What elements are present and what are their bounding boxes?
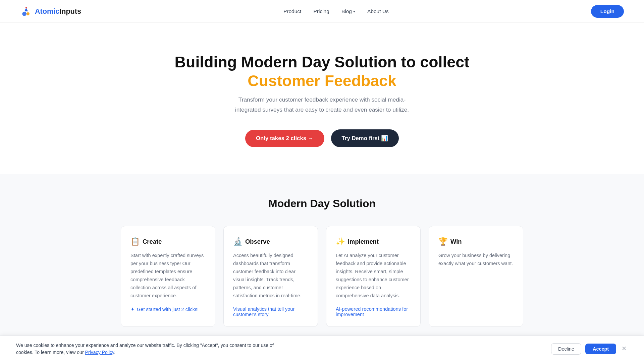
nav-about[interactable]: About Us [367,8,389,14]
hero-title: Building Modern Day Solution to collect … [7,53,637,90]
card-win: 🏆 Win Grow your business by delivering e… [429,226,523,327]
card-observe-body: Access beautifully designed dashboards t… [233,251,308,300]
close-icon: ✕ [622,345,627,352]
card-observe: 🔬 Observe Access beautifully designed da… [223,226,318,327]
card-implement-body: Let AI analyze your customer feedback an… [336,251,411,300]
card-win-body: Grow your business by delivering exactly… [438,251,514,267]
cookie-banner: We use cookies to enhance your experienc… [0,336,644,354]
privacy-policy-link[interactable]: Privacy Policy [85,350,114,354]
chevron-down-icon: ▾ [353,9,355,14]
logo-link[interactable]: AtomicInputs [20,5,81,17]
card-implement-link[interactable]: AI-powered recommendations for improveme… [336,306,411,317]
card-create-title: 📋 Create [130,237,206,246]
card-implement: ✨ Implement Let AI analyze your customer… [326,226,421,327]
svg-point-0 [22,11,26,16]
win-icon: 🏆 [438,237,448,246]
card-create: 📋 Create Start with expertly crafted sur… [121,226,215,327]
svg-point-2 [25,7,27,8]
observe-icon: 🔬 [233,237,243,246]
solution-section: Modern Day Solution 📋 Create Start with … [0,174,644,354]
card-observe-title: 🔬 Observe [233,237,308,246]
logo-icon [20,5,32,17]
cookie-text: We use cookies to enhance your experienc… [16,342,291,354]
nav-links: Product Pricing Blog ▾ About Us [283,8,389,14]
demo-button[interactable]: Try Demo first 📊 [331,129,399,147]
logo-text: AtomicInputs [35,7,81,16]
navbar: AtomicInputs Product Pricing Blog ▾ Abou… [0,0,644,23]
cards-grid: 📋 Create Start with expertly crafted sur… [121,226,523,327]
nav-pricing[interactable]: Pricing [313,8,329,14]
hero-subtitle: Transform your customer feedback experie… [235,95,409,115]
sparkle-icon: ✦ [130,306,135,312]
decline-button[interactable]: Decline [551,343,581,354]
card-create-link[interactable]: ✦ Get started with just 2 clicks! [130,306,206,312]
implement-icon: ✨ [336,237,345,246]
close-cookie-button[interactable]: ✕ [620,344,628,354]
card-win-title: 🏆 Win [438,237,514,246]
card-create-body: Start with expertly crafted surveys per … [130,251,206,300]
nav-product[interactable]: Product [283,8,301,14]
nav-blog[interactable]: Blog ▾ [341,8,355,14]
card-observe-link[interactable]: Visual analytics that tell your customer… [233,306,308,317]
accept-button[interactable]: Accept [585,344,616,354]
hero-buttons: Only takes 2 clicks → Try Demo first 📊 [7,129,637,147]
create-icon: 📋 [130,237,140,246]
card-implement-title: ✨ Implement [336,237,411,246]
svg-point-1 [26,12,30,15]
cookie-actions: Decline Accept ✕ [551,343,628,354]
primary-cta-button[interactable]: Only takes 2 clicks → [245,130,324,147]
login-button[interactable]: Login [591,5,624,18]
hero-section: Building Modern Day Solution to collect … [0,23,644,174]
solution-title: Modern Day Solution [20,197,624,210]
